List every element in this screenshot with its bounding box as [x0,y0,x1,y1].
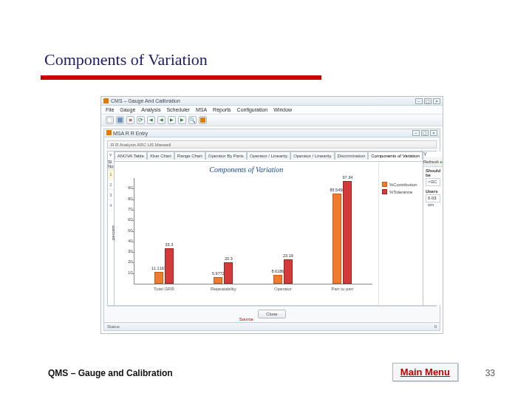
x-category: Total GRR [154,287,174,291]
status-right: 0 [434,324,437,329]
y-tick: 80 [124,197,133,201]
delete-icon[interactable] [126,116,134,124]
right-y-label: Y [423,151,443,157]
field-label-shouldbe: Should be [423,167,443,177]
bar-value-label: 33.3 [166,242,174,247]
chart-center: ANOVA Table Xbar Chart Range Chart Opera… [115,151,423,305]
footer-text: QMS – Gauge and Calibration [48,368,173,378]
bar-orange [154,272,163,284]
last-icon[interactable] [178,116,186,124]
refresh-icon[interactable] [137,116,145,124]
sub-icon [106,130,112,135]
left-header: Sl No [108,159,114,169]
sub-minimize-icon[interactable]: – [412,130,420,136]
bar-orange [273,275,282,284]
bar-orange [214,277,222,284]
favorite-icon[interactable] [199,116,207,124]
list-row[interactable]: 4 [108,200,114,211]
app-window: CMS – Gauge And Calibration – ▢ × File G… [100,96,443,334]
tab-row: ANOVA Table Xbar Chart Range Chart Opera… [115,151,423,160]
search-icon[interactable] [188,116,197,124]
title-rule [41,75,321,80]
bar-value-label: 85.5456 [330,188,344,192]
chart-legend: %Contribution %Tolerance [378,162,423,305]
x-category: Repeatability [211,287,236,291]
tab-components[interactable]: Components of Variation [368,151,423,160]
bar-value-label: 11.1167 [151,266,166,270]
tab-anova[interactable]: ANOVA Table [115,151,147,160]
y-tick: 40 [124,239,133,243]
app-titlebar: CMS – Gauge And Calibration – ▢ × [101,97,443,106]
y-tick: 50 [124,228,133,233]
menu-item-gauge[interactable]: Gauge [120,107,135,112]
chevron-right-icon: ▸ [440,159,443,164]
x-category: Part to part [332,287,354,291]
chart-area-wrapper: Y Sl No 1 2 3 4 ANOVA Table Xbar Chart R… [107,151,437,306]
menu-item-analysis[interactable]: Analysis [141,107,160,112]
first-icon[interactable] [157,116,166,124]
menu-item-reports[interactable]: Reports [213,107,231,112]
sub-title: MSA R R Entry [113,131,148,136]
minimize-icon[interactable]: – [415,98,423,104]
y-tick: 60 [124,217,133,222]
tab-op-lin1[interactable]: Operator / Linearity [247,151,290,160]
y-tick: 10 [124,270,133,275]
save-icon[interactable] [116,116,124,124]
new-icon[interactable] [106,116,114,124]
y-axis-label: percent [111,225,115,240]
bar-red [224,262,233,284]
field-shouldbe[interactable]: <GC [426,178,440,186]
next-icon[interactable] [168,116,176,124]
sub-window: MSA R R Entry – ▢ × R R Analysis ARC US … [103,129,440,324]
bar-red [284,259,293,284]
menu-item-file[interactable]: File [106,107,114,112]
slide-title: Components of Variation [44,50,208,69]
menu-item-window[interactable]: Window [273,107,292,112]
left-y-label: Y [108,151,114,159]
sub-close-icon[interactable]: × [430,130,437,136]
sub-titlebar: MSA R R Entry – ▢ × [104,129,440,137]
status-bar: Status 0 [103,322,440,331]
bar-red [343,181,352,284]
prev-icon[interactable] [147,116,155,124]
app-title: CMS – Gauge And Calibration [111,98,180,103]
list-row[interactable]: 3 [108,190,114,200]
tab-range[interactable]: Range Chart [174,151,205,160]
chart-title: Components of Variation [115,162,378,175]
y-tick: 20 [124,259,133,264]
close-icon[interactable]: × [433,98,440,104]
y-tick: 90 [124,185,133,190]
legend-item: %Tolerance [382,189,420,194]
maximize-icon[interactable]: ▢ [424,98,432,104]
list-row[interactable]: 1 [108,169,114,180]
page-number: 33 [485,368,495,378]
x-axis-label: Source [239,317,253,321]
x-category: Operator [274,287,292,291]
chart-plot: percent 102030405060708090Total GRR11.11… [115,175,378,305]
field-users[interactable]: 0.03 cm [426,194,440,202]
bar-value-label: 8.6186 [271,269,284,273]
bar-value-label: 23.19 [283,253,293,258]
tab-xbar[interactable]: Xbar Chart [147,151,174,160]
list-row[interactable]: 2 [108,180,114,190]
sub-maximize-icon[interactable]: ▢ [421,130,429,136]
toolbar [101,115,443,126]
bar-red [165,248,174,284]
sub-body: R R Analysis ARC US Maxwell Y Sl No 1 2 … [104,137,440,324]
tab-op-parts[interactable]: Operator By Parts [205,151,247,160]
status-left: Status [107,324,120,329]
main-menu-button[interactable]: Main Menu [392,363,458,381]
legend-label: %Contribution [389,183,417,187]
right-column: Y Refresh▸ Should be <GC Users 0.03 cm [423,151,443,305]
menu-item-scheduler[interactable]: Scheduler [166,107,190,112]
close-row: Close [107,306,437,321]
menu-item-configuration[interactable]: Configuration [237,107,268,112]
close-button[interactable]: Close [258,310,285,318]
right-refresh[interactable]: Refresh▸ [423,157,443,167]
menu-item-msa[interactable]: MSA [196,107,207,112]
y-tick: 30 [124,249,133,253]
tab-op-lin2[interactable]: Operator / Linearity [290,151,334,160]
bar-value-label: 20.3 [225,256,233,261]
tab-discrimination[interactable]: Discrimination [335,151,369,160]
app-icon [103,98,109,103]
